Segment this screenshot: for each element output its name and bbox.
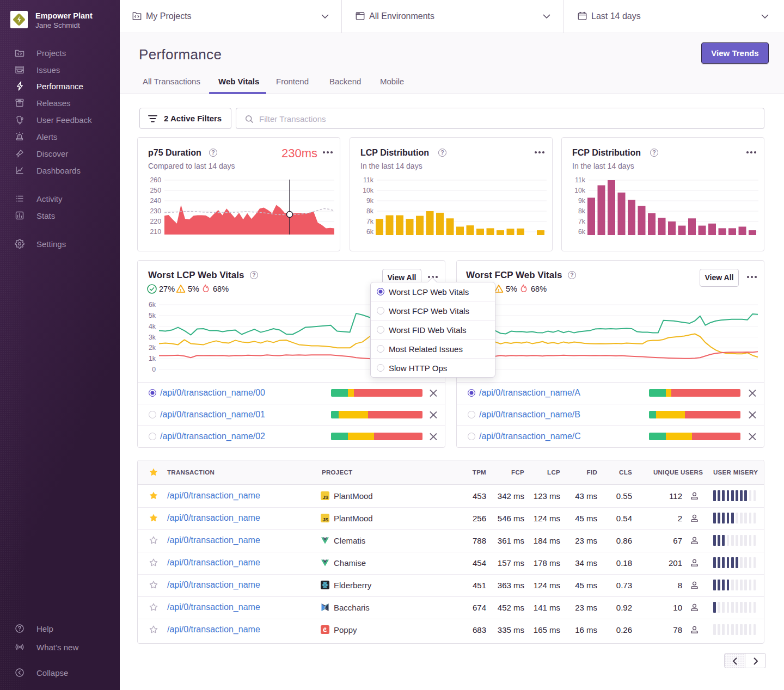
- svg-text:210: 210: [150, 228, 161, 236]
- svg-text:4k: 4k: [149, 323, 156, 330]
- svg-text:240: 240: [150, 197, 161, 205]
- svg-text:10k: 10k: [363, 187, 374, 194]
- svg-text:6k: 6k: [578, 228, 586, 236]
- svg-text:11k: 11k: [575, 176, 586, 184]
- svg-text:260: 260: [150, 176, 161, 184]
- svg-text:11k: 11k: [363, 176, 374, 184]
- svg-text:7k: 7k: [578, 218, 586, 225]
- svg-text:8k: 8k: [578, 207, 586, 215]
- svg-text:27%: 27%: [159, 285, 175, 293]
- svg-text:9k: 9k: [366, 197, 374, 205]
- svg-text:5%: 5%: [188, 285, 199, 293]
- svg-text:68%: 68%: [213, 285, 229, 293]
- svg-text:1k: 1k: [149, 355, 156, 362]
- svg-text:8k: 8k: [366, 207, 374, 215]
- svg-text:250: 250: [150, 187, 161, 194]
- svg-text:5k: 5k: [149, 312, 156, 319]
- svg-text:!: !: [180, 288, 182, 293]
- svg-text:5%: 5%: [506, 285, 517, 293]
- svg-text:68%: 68%: [531, 285, 547, 293]
- svg-text:0: 0: [152, 366, 156, 373]
- svg-text:220: 220: [150, 218, 161, 225]
- svg-text:10k: 10k: [574, 187, 586, 194]
- svg-text:6k: 6k: [149, 301, 156, 309]
- svg-text:!: !: [498, 288, 500, 293]
- svg-text:230: 230: [150, 207, 161, 215]
- svg-text:6k: 6k: [366, 228, 374, 236]
- svg-text:2k: 2k: [149, 344, 156, 352]
- svg-text:7k: 7k: [366, 218, 374, 225]
- svg-text:9k: 9k: [578, 197, 586, 205]
- svg-text:3k: 3k: [149, 334, 156, 341]
